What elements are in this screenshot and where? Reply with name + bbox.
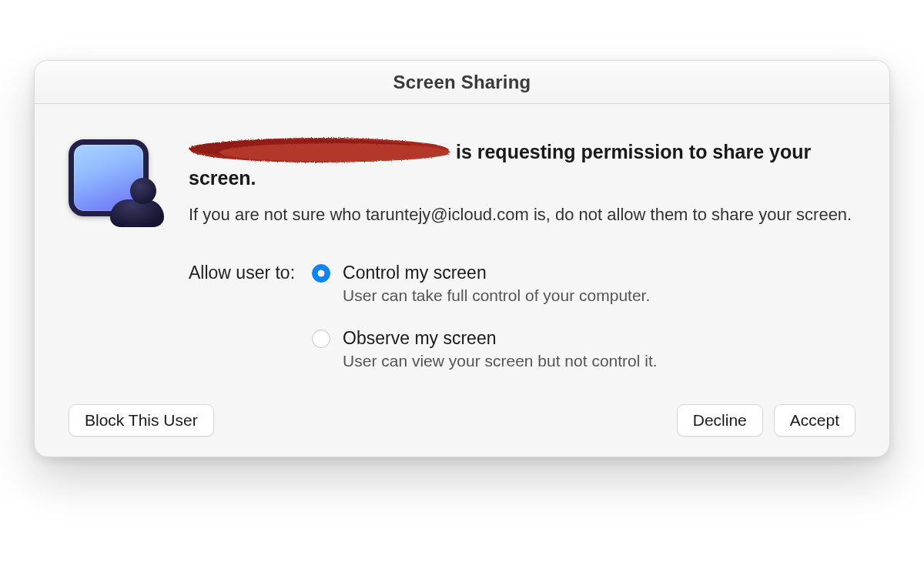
warning-text: If you are not sure who taruntejy@icloud… (189, 202, 855, 227)
screen-sharing-dialog: Screen Sharing (34, 60, 890, 457)
option-control-my-screen[interactable]: Control my screen User can take full con… (312, 263, 658, 305)
dialog-footer: Block This User Decline Accept (69, 404, 855, 437)
radio-control-my-screen[interactable] (312, 264, 330, 283)
warning-suffix: is, do not allow them to share your scre… (529, 205, 852, 224)
accept-button[interactable]: Accept (774, 404, 855, 437)
decline-button[interactable]: Decline (677, 404, 763, 437)
dialog-title: Screen Sharing (393, 72, 531, 93)
dialog-titlebar: Screen Sharing (35, 61, 889, 104)
radio-observe-my-screen[interactable] (312, 330, 330, 348)
permission-options: Allow user to: Control my screen User ca… (189, 263, 855, 370)
screen-sharing-app-icon (69, 139, 161, 232)
option-observe-my-screen[interactable]: Observe my screen User can view your scr… (312, 328, 658, 370)
option-title: Control my screen (343, 263, 650, 283)
option-title: Observe my screen (343, 328, 658, 349)
svg-point-2 (219, 143, 450, 162)
option-description: User can take full control of your compu… (343, 286, 650, 305)
warning-prefix: If you are not sure who (189, 205, 366, 224)
request-headline: is requesting permission to share your s… (189, 135, 855, 192)
dialog-body: is requesting permission to share your s… (35, 104, 889, 457)
allow-user-to-label: Allow user to: (189, 263, 295, 283)
option-description: User can view your screen but not contro… (343, 352, 658, 370)
warning-email: taruntejy@icloud.com (366, 205, 529, 224)
redacted-email-icon (189, 135, 450, 166)
block-this-user-button[interactable]: Block This User (69, 404, 214, 437)
